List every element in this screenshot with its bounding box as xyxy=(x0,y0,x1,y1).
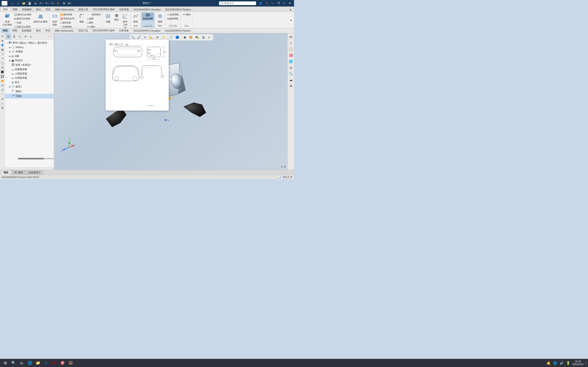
wrap-btn[interactable]: 包覆 xyxy=(104,13,112,24)
tree-item-top-plane[interactable]: ▭ 上视基准面 xyxy=(5,72,54,76)
viewport[interactable]: 🔍 🔎 ✂ 📐 👁 ⚡ ⬡ 🔵 ◉ 🎨 🎭 🖥 ▷ xyxy=(55,33,287,170)
rt-cloud-btn[interactable]: ☁ xyxy=(288,77,294,83)
help-icon[interactable]: ❓ xyxy=(264,1,269,6)
vp-realview-btn[interactable]: 🎭 xyxy=(194,35,200,40)
print-button[interactable]: 🖨 xyxy=(33,1,38,6)
intersect-btn[interactable]: ⊗ 相交 xyxy=(112,13,121,22)
lmt-btn-8[interactable]: ⊞ xyxy=(0,66,4,69)
boundary-boss-btn[interactable]: ⬡边界凸台/基体 xyxy=(13,25,32,28)
ribbon-expand-btn[interactable]: ▲ xyxy=(289,12,293,28)
rt-folder-btn[interactable]: 🗁 xyxy=(288,34,294,40)
display-manager-btn[interactable]: ▷ xyxy=(29,34,34,39)
panel-more-btn[interactable]: ⋯ xyxy=(48,34,53,39)
pointer-button[interactable]: ↖▾ xyxy=(50,1,55,6)
linear-pattern-btn[interactable]: ⋮⋮线性阵列 xyxy=(86,13,102,17)
vp-color-btn[interactable]: 🎨 xyxy=(188,35,194,40)
tab-evaluate[interactable]: 评估 xyxy=(43,7,53,12)
rt-target-btn[interactable]: 🎯 xyxy=(288,52,294,58)
lmt-btn-6[interactable]: ✦ xyxy=(0,57,4,60)
rt-settings-btn[interactable]: ⚙ xyxy=(288,83,294,89)
shell-btn[interactable]: □抽壳 xyxy=(86,21,102,25)
loft-boss-btn[interactable]: ◈放样凸台/基体 xyxy=(13,17,32,21)
feature-tab-render[interactable]: 渲染工具 xyxy=(76,29,90,33)
rt-home-btn[interactable]: ⌂ xyxy=(288,40,294,46)
sweep-boss-btn[interactable]: 〰扫描 xyxy=(13,21,32,25)
open-button[interactable]: 📂 xyxy=(21,1,26,6)
rt-search-btn[interactable]: 🔍 xyxy=(288,71,294,76)
lmt-btn-1[interactable]: ⊕ xyxy=(0,34,4,38)
config-manager-btn[interactable]: 🔧 xyxy=(17,34,22,39)
mirror2-btn[interactable]: ⟺镜向 xyxy=(182,13,191,17)
tree-item-origin[interactable]: ⊕ 原点 xyxy=(5,80,54,84)
tree-item-sweep1[interactable]: 扫描1 xyxy=(5,94,54,99)
vp-rotate-btn[interactable]: ◉ xyxy=(182,35,188,40)
lmt-btn-10[interactable]: 🔲 xyxy=(0,75,4,78)
rotate-cut-btn[interactable]: 🔁旋转切除 xyxy=(59,13,75,17)
tree-item-right-plane[interactable]: ▭ 右视基准面 xyxy=(5,76,54,80)
feature-tab-analysis[interactable]: 分析准备 xyxy=(117,29,131,33)
curves-btn[interactable]: 曲线 xyxy=(131,13,140,24)
new-button[interactable]: □ xyxy=(16,1,21,6)
customize-btn[interactable]: 自定义 ▼ xyxy=(283,175,292,179)
tree-item-sensors[interactable]: ▶ 传感器 xyxy=(5,49,54,54)
ribbon-collapse-btn[interactable]: ▲ xyxy=(288,7,293,12)
tree-item-front-plane[interactable]: ▭ 前视基准面 xyxy=(5,67,54,72)
loft-cut-btn[interactable]: ◇放样切除 xyxy=(59,21,75,25)
boundary-cut-bot-btn[interactable]: ◈放样切除 xyxy=(166,17,180,21)
panel-scrollbar[interactable] xyxy=(18,158,54,159)
feature-tab-plastics[interactable]: SOLIDWORKS Plastics xyxy=(163,29,193,33)
tree-item-material[interactable]: 材质 <未指定> xyxy=(5,63,54,67)
home-button[interactable]: ⌂ xyxy=(10,1,15,6)
feature-tab-sketch[interactable]: 草图 xyxy=(10,29,19,33)
vp-monitor-btn[interactable]: 🖥 xyxy=(200,35,206,40)
lmt-btn-2[interactable]: ◈ xyxy=(0,39,4,43)
tab-model[interactable]: 模型 xyxy=(1,170,11,175)
tab-render[interactable]: 渲染工具 xyxy=(76,7,90,12)
tree-item-bodies[interactable]: ▶ ▦ 实体(2) xyxy=(5,58,54,63)
redo-button[interactable]: ↷▾ xyxy=(44,1,49,6)
boundary-cut-top-btn[interactable]: ⬡边界切除 xyxy=(166,13,180,17)
close-button[interactable]: ✕ xyxy=(287,1,292,5)
search-bar[interactable]: 🔍 ▾ xyxy=(219,1,256,5)
lmt-btn-9[interactable]: ⬛ xyxy=(0,70,4,74)
tab-markup[interactable]: 标注 xyxy=(34,7,43,12)
tree-item-revolve1[interactable]: ▶ 旋转1 xyxy=(5,84,54,89)
hole-wizard-btn[interactable]: ⭕异形孔向导 xyxy=(59,17,75,21)
tab-3d-view[interactable]: 3D 视图 xyxy=(11,170,26,175)
mirror-btn[interactable]: ⟺镜向 xyxy=(86,25,102,28)
feature-tab-evaluate[interactable]: 评估 xyxy=(43,29,52,33)
feature-tab-mbd[interactable]: MBD Dimensions xyxy=(53,29,76,33)
tab-motion[interactable]: 运动算例 1 xyxy=(26,170,43,175)
tab-sw-plugins[interactable]: SOLIDWORKS 插件 xyxy=(90,7,117,12)
rotate-boss-btn[interactable]: 🔄旋转凸台/基体 xyxy=(13,13,32,17)
lmt-btn-13[interactable]: 🔗 xyxy=(0,88,4,92)
minimize-button[interactable]: ─ xyxy=(270,1,275,5)
tree-root[interactable]: ▾ 零件1 (默认) <<默认>_显示状态 xyxy=(5,41,54,45)
layout-button[interactable]: ⊞ xyxy=(61,1,67,6)
tab-mbd[interactable]: MBD Dimensions xyxy=(53,7,76,12)
feature-tab-visualize[interactable]: SOLIDWORKS Visualize xyxy=(131,29,163,33)
vp-more-btn[interactable]: ▷ xyxy=(207,35,212,40)
tab-feature[interactable]: 特征 xyxy=(1,7,10,12)
feature-manager-btn[interactable]: ⊞ xyxy=(6,34,11,39)
maximize-button[interactable]: □ xyxy=(282,1,287,5)
feature-tab-direct[interactable]: 直接编辑 xyxy=(20,29,34,33)
dim-expert-btn[interactable]: ✛ xyxy=(23,34,28,39)
property-manager-btn[interactable]: ☰ xyxy=(11,34,17,39)
loft-base-btn[interactable]: 放样凸台/基体 xyxy=(33,13,48,24)
rt-globe-btn[interactable]: 🌐 xyxy=(288,58,294,64)
ref-geometry-btn[interactable]: 参考几何体 xyxy=(121,13,129,28)
draft-btn[interactable]: △拔模 xyxy=(86,17,102,21)
feature-tab-features[interactable]: 特征 xyxy=(1,29,10,33)
feature-tab-markup[interactable]: 标注 xyxy=(34,29,43,33)
lmt-btn-11[interactable]: 🔶 xyxy=(0,79,4,83)
stoplight-button[interactable]: 🚦 xyxy=(56,1,61,6)
vp-view-btn[interactable]: 🔵 xyxy=(174,35,180,40)
save-button[interactable]: 💾 xyxy=(27,1,32,6)
tab-direct-edit[interactable]: 直接编辑 xyxy=(20,7,34,12)
lmt-btn-15[interactable]: ⊟ xyxy=(0,97,4,101)
panel-scroll-thumb[interactable] xyxy=(18,158,44,159)
tree-item-annotations[interactable]: ▶ A 注解 xyxy=(5,54,54,58)
lmt-btn-14[interactable]: 〰 xyxy=(0,92,4,96)
fillet-btn[interactable]: 圆角 xyxy=(78,13,86,24)
